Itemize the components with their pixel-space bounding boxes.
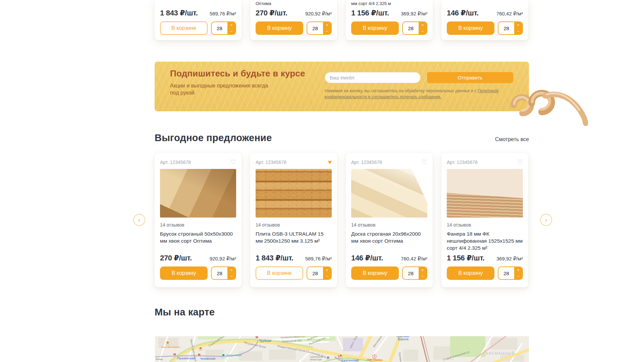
metro-icon: М — [198, 353, 201, 356]
carousel-prev-button[interactable]: ‹ — [133, 214, 145, 226]
quantity-increase-button[interactable]: + — [514, 267, 522, 273]
product-unit-price: 589,76 ₽/м² — [210, 11, 236, 17]
quantity-stepper[interactable]: 28 +− — [307, 266, 332, 280]
disclaimer-text: Нажимая на кнопку, вы соглашаетесь на об… — [325, 88, 478, 93]
product-card[interactable]: Арт. 12345678 ♡ 14 отзывов Фанера 18 мм … — [441, 153, 528, 287]
add-to-cart-button[interactable]: В корзину — [447, 21, 494, 35]
product-title[interactable]: Фанера 18 мм ФК нешлифованная 1525x1525 … — [447, 231, 523, 251]
quantity-decrease-button[interactable]: − — [514, 273, 522, 279]
quantity-stepper[interactable]: 28 +− — [211, 266, 236, 280]
quantity-value: 28 — [212, 22, 227, 34]
map-label: Трубная — [259, 339, 271, 343]
product-card[interactable]: Арт. 12345678 ♥ 14 отзывов Плита OSB-3 U… — [250, 153, 337, 287]
product-reviews: 14 отзывов — [160, 222, 236, 228]
subscribe-submit-button[interactable]: Отправить — [427, 72, 513, 83]
product-unit-price: 369,92 ₽/м² — [401, 11, 427, 17]
theater-poi-icon[interactable] — [221, 353, 225, 357]
product-card[interactable]: 1 843 ₽/шт. 589,76 ₽/м² В корзине 28 +− — [155, 0, 241, 40]
hospital-poi-icon[interactable] — [372, 354, 376, 358]
quantity-increase-button[interactable]: + — [514, 22, 522, 28]
favorite-icon[interactable]: ♡ — [517, 159, 523, 165]
map-label: Noor Bar Electro — [160, 346, 181, 349]
product-title[interactable]: Плита OSB-3 ULTRALAM 15 мм 2500x1250 мм … — [256, 231, 332, 245]
quantity-decrease-button[interactable]: − — [227, 28, 235, 34]
subscribe-title: Подпишитесь и будьте в курсе — [170, 68, 305, 79]
poi-pin-icon[interactable] — [199, 346, 203, 350]
quantity-value: 28 — [307, 267, 323, 279]
quantity-stepper[interactable]: 28 +− — [402, 21, 427, 35]
page-content: 1 843 ₽/шт. 589,76 ₽/м² В корзине 28 +− … — [155, 0, 529, 362]
product-title-partial: Оптима — [256, 1, 332, 6]
top-products-row: 1 843 ₽/шт. 589,76 ₽/м² В корзине 28 +− … — [155, 0, 528, 40]
product-title-partial — [160, 1, 236, 6]
favorite-icon[interactable]: ♥ — [328, 159, 332, 165]
map[interactable]: базар Noor Bar Electro Пушкинская Чеховс… — [155, 336, 529, 362]
product-price: 1 843 ₽/шт. — [256, 254, 293, 262]
quantity-stepper[interactable]: 28 +− — [498, 266, 523, 280]
subscribe-disclaimer: Нажимая на кнопку, вы соглашаетесь на об… — [325, 88, 508, 100]
add-to-cart-button[interactable]: В корзину — [447, 266, 494, 280]
map-label: Театр наций — [226, 354, 241, 357]
quantity-decrease-button[interactable]: − — [419, 273, 427, 279]
product-image[interactable] — [160, 169, 236, 218]
product-card[interactable]: Арт. 12345678 ♡ 14 отзывов Доска строган… — [346, 153, 433, 287]
product-reviews: 14 отзывов — [351, 222, 427, 228]
product-unit-price: 920,92 ₽/м² — [305, 11, 332, 17]
quantity-increase-button[interactable]: + — [323, 22, 331, 28]
quantity-increase-button[interactable]: + — [323, 267, 331, 273]
product-reviews: 14 отзывов — [447, 222, 523, 228]
product-price: 1 156 ₽/шт. — [447, 254, 485, 262]
product-unit-price: 760,42 ₽/м² — [496, 11, 523, 17]
product-price: 1 156 ₽/шт. — [351, 9, 389, 17]
in-cart-button[interactable]: В корзине — [160, 21, 208, 35]
add-to-cart-button[interactable]: В корзину — [160, 266, 208, 280]
email-input[interactable] — [325, 72, 421, 83]
product-image[interactable] — [256, 169, 332, 218]
in-cart-button[interactable]: В корзине — [256, 266, 303, 280]
poi-pin-icon[interactable] — [166, 341, 170, 345]
quantity-stepper[interactable]: 28 +− — [498, 21, 523, 35]
quantity-decrease-button[interactable]: − — [323, 273, 331, 279]
quantity-stepper[interactable]: 28 +− — [402, 266, 427, 280]
quantity-increase-button[interactable]: + — [419, 267, 427, 273]
quantity-increase-button[interactable]: + — [227, 267, 235, 273]
product-title[interactable]: Брусок строганый 50x50x3000 мм хвоя сорт… — [160, 231, 236, 245]
product-unit-price: 589,76 ₽/м² — [305, 256, 332, 262]
product-card[interactable]: мм сорт 4/4 2.325 м 1 156 ₽/шт. 369,92 ₽… — [346, 0, 433, 40]
product-unit-price: 920,92 ₽/м² — [210, 256, 236, 262]
favorite-icon[interactable]: ♡ — [230, 159, 236, 165]
map-label: Пушкинская — [177, 356, 195, 360]
map-label: Сретенский монастырь — [310, 356, 325, 361]
quantity-decrease-button[interactable]: − — [514, 28, 522, 34]
add-to-cart-button[interactable]: В корзину — [351, 266, 399, 280]
quantity-decrease-button[interactable]: − — [323, 28, 331, 34]
add-to-cart-button[interactable]: В корзину — [256, 21, 303, 35]
product-card[interactable]: Арт. 12345678 ♡ 14 отзывов Брусок строга… — [155, 153, 241, 287]
product-title[interactable]: Доска строганая 20x96x2000 мм хвоя сорт … — [351, 231, 427, 245]
product-image[interactable] — [351, 169, 427, 218]
product-image[interactable] — [447, 169, 523, 218]
map-label: базар — [156, 358, 163, 361]
chevron-left-icon: ‹ — [138, 217, 140, 223]
quantity-stepper[interactable]: 28 +− — [307, 21, 332, 35]
offers-title: Выгодное предложение — [155, 132, 272, 143]
favorite-icon[interactable]: ♡ — [422, 159, 427, 165]
carousel-next-button[interactable]: › — [540, 214, 552, 226]
quantity-increase-button[interactable]: + — [419, 22, 427, 28]
subscribe-subtitle: Акции и выгодные предложения всегда под … — [170, 82, 274, 97]
quantity-decrease-button[interactable]: − — [227, 273, 235, 279]
see-all-link[interactable]: Смотреть все — [495, 136, 529, 142]
quantity-value: 28 — [498, 22, 514, 34]
product-card[interactable]: 146 ₽/шт. 760,42 ₽/м² В корзину 28 +− — [441, 0, 528, 40]
poi-pin-icon[interactable] — [339, 354, 343, 358]
map-section-title: Мы на карте — [155, 307, 215, 318]
map-label: Чеховская — [200, 357, 215, 360]
add-to-cart-button[interactable]: В корзину — [351, 21, 399, 35]
product-sku: Арт. 12345678 — [351, 160, 382, 165]
product-reviews: 14 отзывов — [256, 222, 332, 228]
product-card[interactable]: Оптима 270 ₽/шт. 920,92 ₽/м² В корзину 2… — [250, 0, 337, 40]
quantity-increase-button[interactable]: + — [227, 22, 235, 28]
quantity-stepper[interactable]: 28 +− — [211, 21, 236, 35]
quantity-decrease-button[interactable]: − — [419, 28, 427, 34]
monastery-poi-icon[interactable] — [326, 356, 330, 360]
